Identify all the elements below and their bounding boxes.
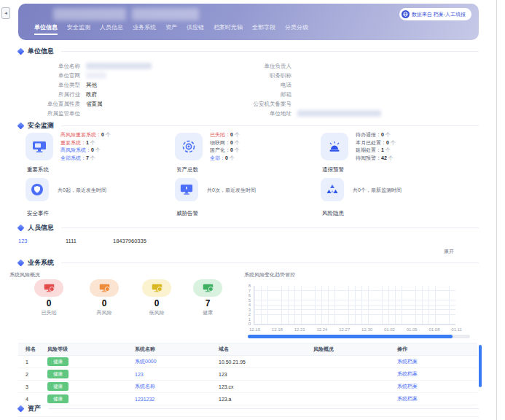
overview-stat-high-risk: 0 高风险 — [82, 279, 126, 316]
section-divider — [61, 262, 479, 263]
section-divider — [61, 125, 479, 126]
redacted-unit-title — [53, 8, 126, 20]
section-header-assets: 资产 — [18, 404, 479, 413]
status-badge: 健康 — [47, 394, 68, 403]
header-tabs: 单位信息 安全监测 人员信息 业务系统 资产 供应链 档案时光轴 全部字段 分类… — [34, 23, 308, 35]
data-source-badge-label: 数据来自 档案-人工填报 — [412, 11, 466, 18]
system-archive-link[interactable]: 系统档案 — [397, 396, 418, 401]
section-header-security-monitor: 安全监测 — [18, 121, 479, 130]
expand-toggle[interactable]: 展开 — [444, 248, 454, 255]
overview-stat-value: 0 — [27, 298, 71, 308]
status-badge: 健康 — [47, 370, 68, 378]
stat-line: 高风险系统：0 个 — [60, 147, 111, 155]
overview-stat-label: 低风险 — [135, 309, 179, 316]
section-diamond-icon — [17, 122, 25, 129]
stat-line: 待阅预警：42 个 — [356, 155, 396, 163]
unit-info-fields: 单位名称 单位官网 单位类型 其他 所属行业 政府 单位直属性质 省直属 所属监… — [18, 61, 455, 118]
monitor-status-icon — [90, 279, 119, 297]
event-summary: 共0起，最近发生时间 — [58, 187, 106, 194]
stat-line: 重要系统：1 个 — [60, 139, 111, 147]
tab-supply-chain[interactable]: 供应链 — [187, 23, 204, 35]
header-banner: 数据来自 档案-人工填报 单位信息 安全监测 人员信息 业务系统 资产 供应链 … — [18, 4, 479, 40]
chart-x-axis: 12.15 12.18 12.21 12.24 12.27 12.30 01.0… — [249, 327, 462, 332]
system-archive-link[interactable]: 系统档案 — [397, 359, 418, 364]
field-supervising-unit: 所属监管单位 — [18, 109, 204, 118]
overview-stat-healthy: 7 健康 — [186, 279, 230, 316]
monitor-status-icon — [34, 279, 63, 297]
alarm-icon — [321, 133, 348, 160]
bottom-divider — [18, 416, 479, 417]
card-risk-hazards: 共0个，最新监测时间 风险隐患 — [321, 178, 474, 201]
card-notification-warning: 待办通报：0 个 本月已处置：0 个 延期处置：1 个 待阅预警：42 个 通报… — [321, 133, 466, 160]
system-name-link[interactable]: 123 — [135, 372, 144, 377]
card-label: 通报预警 — [322, 166, 344, 174]
card-security-events: 共0起，最近发生时间 安全事件 — [26, 178, 179, 201]
tab-unit-info[interactable]: 单位信息 — [34, 23, 58, 35]
event-summary: 共0个，最新监测时间 — [353, 187, 402, 194]
section-divider — [61, 51, 479, 52]
tab-business-systems[interactable]: 业务系统 — [133, 23, 156, 35]
field-email: 邮箱 — [204, 90, 445, 99]
overview-subtitle: 系统风险概况 — [9, 271, 40, 279]
redacted-value — [297, 110, 381, 117]
section-header-business: 业务系统 — [18, 258, 479, 267]
stat-line: 待办通报：0 个 — [356, 131, 396, 139]
collapse-panel-button[interactable]: ◂ — [1, 7, 10, 19]
shield-icon — [26, 178, 49, 201]
globe-icon — [402, 10, 410, 18]
overview-stat-label: 已失陷 — [27, 309, 71, 316]
tab-security-monitor[interactable]: 安全监测 — [67, 23, 90, 35]
systems-risk-table: 排名 风险等级 系统名称 域名 风险概况 操作 1 健康 系统0000 10.5… — [18, 343, 477, 405]
rank-pyramid-icon — [321, 178, 344, 201]
tab-classification[interactable]: 分类分级 — [285, 23, 308, 35]
section-title: 资产 — [28, 404, 41, 413]
data-source-badge: 数据来自 档案-人工填报 — [399, 8, 471, 20]
tab-all-fields[interactable]: 全部字段 — [252, 23, 275, 35]
overview-stat-value: 0 — [135, 298, 179, 308]
tab-personnel-info[interactable]: 人员信息 — [100, 23, 123, 35]
stat-line: 本月已处置：0 个 — [356, 139, 396, 147]
section-diamond-icon — [17, 405, 25, 412]
stat-line: 已失陷：0 个 — [210, 131, 240, 139]
section-diamond-icon — [17, 259, 25, 266]
monitor-status-icon — [142, 279, 171, 297]
field-unit-address: 单位地址 — [204, 109, 445, 118]
radar-icon — [175, 133, 203, 160]
table-vertical-scrollbar[interactable] — [479, 345, 482, 387]
overview-stat-label: 健康 — [186, 309, 230, 316]
chart-y-axis: 8 7 6 5 4 3 2 1 0 — [240, 284, 251, 326]
overview-stat-low-risk: 0 低风险 — [135, 279, 179, 316]
redacted-unit-subtitle — [132, 8, 199, 20]
card-label: 风险隐患 — [322, 210, 344, 217]
system-name-link[interactable]: 系统名称 — [135, 384, 155, 389]
trend-subtitle: 系统风险变化趋势管控 — [244, 271, 295, 279]
overview-stat-value: 7 — [186, 298, 230, 308]
status-badge: 健康 — [47, 357, 68, 366]
section-divider — [61, 228, 479, 228]
scrollbar-thumb[interactable] — [248, 335, 453, 338]
person-name-link[interactable]: 123 — [18, 238, 28, 244]
stat-line: 物联网：0 个 — [210, 139, 240, 147]
card-label: 威胁告警 — [176, 210, 198, 217]
tab-archive-timeline[interactable]: 档案时光轴 — [214, 23, 243, 35]
status-badge: 健康 — [47, 382, 68, 391]
redacted-value — [86, 63, 152, 69]
card-asset-total: 已失陷：0 个 物联网：0 个 国产化：0 个 全部：0 个 资产总数 — [175, 133, 321, 160]
chart-horizontal-scrollbar[interactable] — [248, 335, 470, 338]
card-label: 资产总数 — [176, 166, 198, 174]
system-name-link[interactable]: 1231232 — [135, 397, 154, 402]
overview-stat-label: 高风险 — [82, 309, 126, 316]
field-unit-website: 单位官网 — [18, 71, 204, 80]
trend-line-chart — [254, 286, 455, 325]
system-archive-link[interactable]: 系统档案 — [397, 384, 418, 389]
panel-right-border — [496, 0, 497, 420]
tab-assets[interactable]: 资产 — [165, 23, 177, 35]
field-unit-name: 单位名称 — [18, 61, 204, 71]
monitor-alert-icon — [175, 178, 198, 201]
field-affiliation-nature: 单位直属性质 省直属 — [18, 99, 204, 109]
table-row: 1 健康 系统0000 10.50.21.95 系统档案 — [18, 356, 477, 368]
system-name-link[interactable]: 系统0000 — [135, 359, 157, 364]
section-title: 安全监测 — [28, 121, 54, 131]
monitor-status-icon — [193, 279, 222, 297]
system-archive-link[interactable]: 系统档案 — [397, 371, 418, 376]
